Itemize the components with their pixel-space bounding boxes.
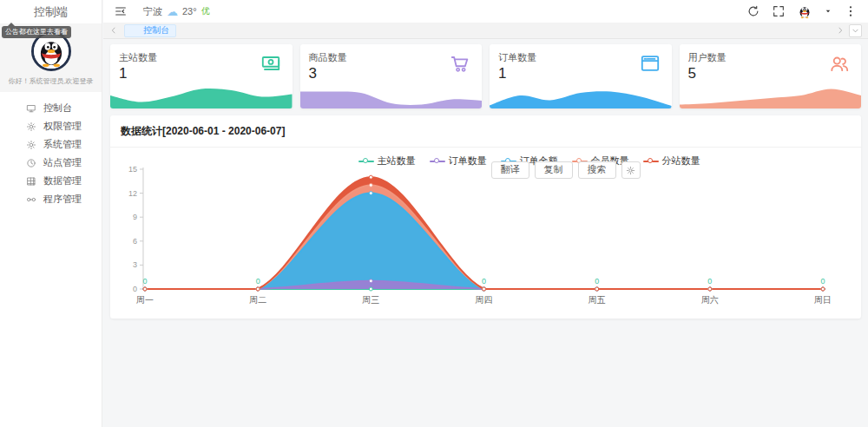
svg-text:0: 0 — [482, 277, 486, 286]
svg-text:6: 6 — [133, 237, 137, 246]
legend-marker — [358, 158, 374, 165]
stat-card-sparkline — [490, 82, 672, 108]
more-options-icon[interactable] — [844, 4, 858, 18]
air-quality: 优 — [201, 5, 210, 17]
svg-text:周日: 周日 — [814, 295, 832, 305]
svg-text:0: 0 — [595, 277, 599, 286]
stat-card-3: 用户数量 5 — [680, 44, 862, 108]
fullscreen-icon[interactable] — [772, 4, 786, 18]
svg-text:0: 0 — [256, 277, 260, 286]
svg-text:周四: 周四 — [476, 295, 493, 305]
toolbox-button-0[interactable]: 翻译 — [491, 161, 529, 179]
toolbox-settings-button[interactable] — [621, 161, 641, 179]
sidebar-item-label: 程序管理 — [43, 193, 82, 206]
tabbar: 控制台 — [103, 23, 868, 39]
stat-card-1: 商品数量 3 — [300, 44, 483, 108]
panel-title: 数据统计[2020-06-01 - 2020-06-07] — [110, 115, 861, 148]
tab-dashboard[interactable]: 控制台 — [124, 24, 176, 37]
menu-fold-icon[interactable] — [114, 4, 128, 18]
announcement-tooltip: 公告都在这里去看看 — [2, 26, 71, 38]
sidebar-item-4[interactable]: 数据管理 — [0, 172, 102, 190]
svg-text:0: 0 — [142, 277, 147, 286]
grid-icon — [26, 176, 36, 187]
area-chart: 03691215周一周二周三周四周五周六周日000000 — [110, 166, 861, 317]
sidebar-item-3[interactable]: 站点管理 — [0, 154, 102, 172]
svg-text:12: 12 — [128, 189, 137, 198]
topbar-avatar[interactable] — [797, 3, 812, 19]
sidebar: 控制端 公告都在这里去看看 你好！系统管理员,欢迎登录 控制台 权限管理 系统管… — [0, 0, 102, 427]
monitor-icon — [26, 103, 36, 114]
chart-toolbox: 翻译复制搜索 — [486, 161, 641, 179]
tabs-menu-button[interactable] — [849, 24, 862, 37]
refresh-icon[interactable] — [746, 4, 760, 18]
svg-text:0: 0 — [707, 277, 712, 286]
sidebar-item-1[interactable]: 权限管理 — [0, 117, 102, 135]
user-panel: 公告都在这里去看看 你好！系统管理员,欢迎登录 — [0, 23, 102, 92]
sidebar-item-5[interactable]: 程序管理 — [0, 190, 102, 208]
stat-card-0: 主站数量 1 — [110, 44, 293, 108]
link-icon — [26, 194, 36, 205]
weather-temp: 23° — [182, 6, 197, 16]
stat-cards-row: 主站数量 1 商品数量 3 订单数量 1 用户数量 5 — [110, 44, 861, 108]
stat-card-sparkline — [680, 82, 862, 108]
qq-penguin-icon — [34, 34, 69, 69]
sidebar-item-label: 站点管理 — [43, 156, 82, 169]
content: 主站数量 1 商品数量 3 订单数量 1 用户数量 5 数据统计[2020-06… — [103, 39, 868, 324]
gear-icon — [626, 166, 635, 175]
greeting-text: 你好！系统管理员,欢迎登录 — [0, 76, 102, 86]
stat-card-sparkline — [300, 82, 483, 108]
sidebar-item-label: 数据管理 — [43, 174, 82, 187]
weather-city: 宁波 — [143, 5, 162, 18]
svg-text:0: 0 — [133, 285, 137, 293]
sidebar-item-label: 权限管理 — [43, 120, 82, 133]
gear-icon — [26, 122, 36, 132]
topbar-actions — [746, 3, 858, 19]
svg-text:周一: 周一 — [136, 295, 154, 305]
legend-marker — [430, 158, 445, 165]
qq-penguin-icon — [797, 3, 812, 19]
statistics-panel: 数据统计[2020-06-01 - 2020-06-07] 主站数量 订单数量 … — [110, 115, 861, 319]
money-icon — [260, 52, 282, 75]
cart-icon — [449, 52, 471, 75]
sidebar-menu: 控制台 权限管理 系统管理 站点管理 数据管理 程序管理 — [0, 92, 102, 208]
stat-card-2: 订单数量 1 — [490, 44, 672, 108]
toolbox-button-1[interactable]: 复制 — [535, 161, 573, 179]
toolbox-button-2[interactable]: 搜索 — [578, 161, 616, 179]
sidebar-item-2[interactable]: 系统管理 — [0, 135, 102, 154]
users-icon — [828, 52, 851, 75]
svg-text:3: 3 — [133, 260, 137, 269]
svg-text:9: 9 — [133, 213, 137, 221]
app-title: 控制端 — [0, 0, 102, 23]
main-area: 宁波 ☁ 23° 优 控制台 — [103, 0, 868, 427]
user-dropdown-caret-icon[interactable] — [824, 7, 832, 16]
legend-marker — [643, 158, 659, 165]
svg-text:周五: 周五 — [589, 295, 606, 305]
svg-text:0: 0 — [821, 277, 825, 286]
cloud-icon: ☁ — [167, 6, 178, 17]
sidebar-item-label: 控制台 — [43, 102, 72, 115]
svg-text:15: 15 — [128, 166, 137, 174]
svg-text:周三: 周三 — [362, 295, 379, 305]
sidebar-item-label: 系统管理 — [43, 138, 82, 151]
svg-text:周二: 周二 — [249, 295, 266, 305]
clock-icon — [26, 158, 36, 168]
tabs-scroll-right-icon[interactable] — [836, 26, 845, 35]
svg-text:周六: 周六 — [701, 295, 719, 305]
topbar: 宁波 ☁ 23° 优 — [103, 0, 868, 23]
window-icon — [639, 52, 661, 75]
monitor-icon — [131, 26, 140, 35]
chevron-down-icon — [852, 27, 859, 35]
tabbar-controls — [836, 24, 862, 37]
stat-card-sparkline — [110, 82, 293, 108]
sidebar-item-0[interactable]: 控制台 — [0, 99, 102, 117]
tabs-scroll-left-icon[interactable] — [109, 26, 118, 35]
tab-label: 控制台 — [143, 24, 169, 36]
weather-widget: 宁波 ☁ 23° 优 — [143, 5, 210, 18]
gear-icon — [26, 140, 36, 150]
